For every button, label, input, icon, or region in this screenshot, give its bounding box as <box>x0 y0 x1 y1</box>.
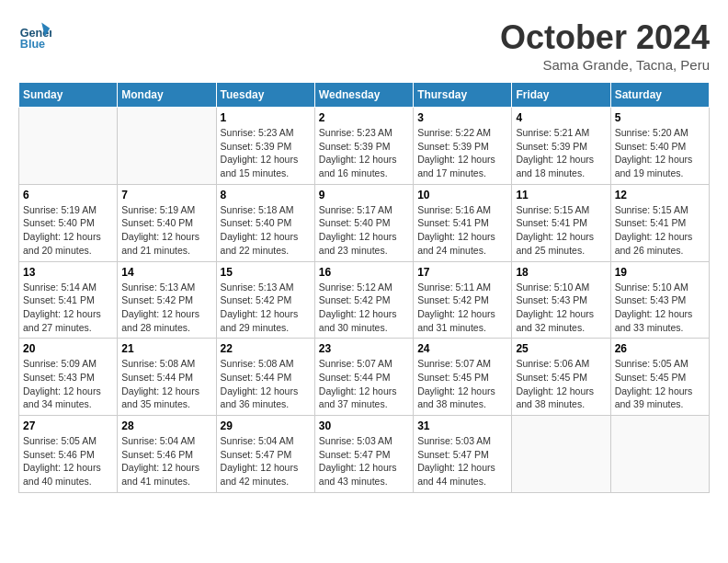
header-wednesday: Wednesday <box>314 83 413 108</box>
day-number: 29 <box>221 419 311 432</box>
day-info: Sunrise: 5:10 AMSunset: 5:43 PMDaylight:… <box>516 281 606 335</box>
day-info: Sunrise: 5:22 AMSunset: 5:39 PMDaylight:… <box>417 126 507 180</box>
day-info: Sunrise: 5:08 AMSunset: 5:44 PMDaylight:… <box>121 357 211 411</box>
day-number: 1 <box>221 111 311 124</box>
day-number: 4 <box>516 111 606 124</box>
day-info: Sunrise: 5:11 AMSunset: 5:42 PMDaylight:… <box>417 281 507 335</box>
day-number: 7 <box>121 189 211 201</box>
table-row: 24Sunrise: 5:07 AMSunset: 5:45 PMDayligh… <box>414 339 512 416</box>
calendar-week-row: 6Sunrise: 5:19 AMSunset: 5:40 PMDaylight… <box>19 184 710 261</box>
day-info: Sunrise: 5:05 AMSunset: 5:46 PMDaylight:… <box>23 434 113 488</box>
header-saturday: Saturday <box>610 83 709 108</box>
table-row: 17Sunrise: 5:11 AMSunset: 5:42 PMDayligh… <box>414 261 512 339</box>
day-info: Sunrise: 5:17 AMSunset: 5:40 PMDaylight:… <box>319 203 409 258</box>
header-monday: Monday <box>118 83 216 108</box>
day-info: Sunrise: 5:20 AMSunset: 5:40 PMDaylight:… <box>615 126 705 180</box>
day-number: 24 <box>417 342 507 355</box>
table-row: 22Sunrise: 5:08 AMSunset: 5:44 PMDayligh… <box>216 339 314 416</box>
svg-text:Blue: Blue <box>20 38 45 51</box>
table-row: 4Sunrise: 5:21 AMSunset: 5:39 PMDaylight… <box>512 108 610 185</box>
table-row: 31Sunrise: 5:03 AMSunset: 5:47 PMDayligh… <box>414 416 512 493</box>
page-header: General Blue October 2024 Sama Grande, T… <box>18 18 710 73</box>
day-number: 28 <box>121 419 211 432</box>
day-number: 25 <box>516 342 606 355</box>
day-number: 12 <box>615 189 705 201</box>
day-info: Sunrise: 5:07 AMSunset: 5:45 PMDaylight:… <box>417 357 507 411</box>
table-row <box>512 416 610 493</box>
day-info: Sunrise: 5:23 AMSunset: 5:39 PMDaylight:… <box>319 126 409 180</box>
day-info: Sunrise: 5:03 AMSunset: 5:47 PMDaylight:… <box>417 434 507 488</box>
table-row: 10Sunrise: 5:16 AMSunset: 5:41 PMDayligh… <box>414 184 512 261</box>
header-sunday: Sunday <box>19 83 118 108</box>
day-number: 14 <box>121 266 211 279</box>
table-row: 27Sunrise: 5:05 AMSunset: 5:46 PMDayligh… <box>19 416 118 493</box>
calendar-table: Sunday Monday Tuesday Wednesday Thursday… <box>18 82 710 493</box>
day-number: 6 <box>23 189 113 201</box>
title-section: October 2024 Sama Grande, Tacna, Peru <box>500 18 710 73</box>
table-row: 7Sunrise: 5:19 AMSunset: 5:40 PMDaylight… <box>118 184 216 261</box>
day-number: 8 <box>221 189 311 201</box>
location: Sama Grande, Tacna, Peru <box>500 57 710 73</box>
day-info: Sunrise: 5:15 AMSunset: 5:41 PMDaylight:… <box>516 203 606 258</box>
calendar-week-row: 27Sunrise: 5:05 AMSunset: 5:46 PMDayligh… <box>19 416 710 493</box>
calendar-header-row: Sunday Monday Tuesday Wednesday Thursday… <box>19 83 710 108</box>
header-tuesday: Tuesday <box>216 83 314 108</box>
calendar-week-row: 20Sunrise: 5:09 AMSunset: 5:43 PMDayligh… <box>19 339 710 416</box>
day-info: Sunrise: 5:13 AMSunset: 5:42 PMDaylight:… <box>121 281 211 335</box>
day-number: 10 <box>417 189 507 201</box>
table-row: 19Sunrise: 5:10 AMSunset: 5:43 PMDayligh… <box>610 261 709 339</box>
day-info: Sunrise: 5:13 AMSunset: 5:42 PMDaylight:… <box>221 281 311 335</box>
day-number: 13 <box>23 266 113 279</box>
day-info: Sunrise: 5:21 AMSunset: 5:39 PMDaylight:… <box>516 126 606 180</box>
table-row: 12Sunrise: 5:15 AMSunset: 5:41 PMDayligh… <box>610 184 709 261</box>
day-info: Sunrise: 5:03 AMSunset: 5:47 PMDaylight:… <box>319 434 409 488</box>
day-number: 30 <box>319 419 409 432</box>
day-info: Sunrise: 5:10 AMSunset: 5:43 PMDaylight:… <box>615 281 705 335</box>
table-row: 29Sunrise: 5:04 AMSunset: 5:47 PMDayligh… <box>216 416 314 493</box>
day-number: 5 <box>615 111 705 124</box>
header-friday: Friday <box>512 83 610 108</box>
table-row: 25Sunrise: 5:06 AMSunset: 5:45 PMDayligh… <box>512 339 610 416</box>
day-info: Sunrise: 5:08 AMSunset: 5:44 PMDaylight:… <box>221 357 311 411</box>
table-row: 18Sunrise: 5:10 AMSunset: 5:43 PMDayligh… <box>512 261 610 339</box>
table-row: 3Sunrise: 5:22 AMSunset: 5:39 PMDaylight… <box>414 108 512 185</box>
day-info: Sunrise: 5:19 AMSunset: 5:40 PMDaylight:… <box>23 203 113 258</box>
day-number: 31 <box>417 419 507 432</box>
logo-icon: General Blue <box>18 18 51 52</box>
day-number: 2 <box>319 111 409 124</box>
table-row: 13Sunrise: 5:14 AMSunset: 5:41 PMDayligh… <box>19 261 118 339</box>
day-number: 3 <box>417 111 507 124</box>
day-info: Sunrise: 5:23 AMSunset: 5:39 PMDaylight:… <box>221 126 311 180</box>
table-row: 15Sunrise: 5:13 AMSunset: 5:42 PMDayligh… <box>216 261 314 339</box>
day-number: 20 <box>23 342 113 355</box>
day-info: Sunrise: 5:04 AMSunset: 5:47 PMDaylight:… <box>221 434 311 488</box>
day-info: Sunrise: 5:14 AMSunset: 5:41 PMDaylight:… <box>23 281 113 335</box>
day-number: 9 <box>319 189 409 201</box>
day-info: Sunrise: 5:12 AMSunset: 5:42 PMDaylight:… <box>319 281 409 335</box>
calendar-week-row: 1Sunrise: 5:23 AMSunset: 5:39 PMDaylight… <box>19 108 710 185</box>
table-row: 23Sunrise: 5:07 AMSunset: 5:44 PMDayligh… <box>314 339 413 416</box>
table-row: 14Sunrise: 5:13 AMSunset: 5:42 PMDayligh… <box>118 261 216 339</box>
day-number: 26 <box>615 342 705 355</box>
day-info: Sunrise: 5:07 AMSunset: 5:44 PMDaylight:… <box>319 357 409 411</box>
day-info: Sunrise: 5:05 AMSunset: 5:45 PMDaylight:… <box>615 357 705 411</box>
table-row: 26Sunrise: 5:05 AMSunset: 5:45 PMDayligh… <box>610 339 709 416</box>
table-row: 16Sunrise: 5:12 AMSunset: 5:42 PMDayligh… <box>314 261 413 339</box>
day-info: Sunrise: 5:04 AMSunset: 5:46 PMDaylight:… <box>121 434 211 488</box>
day-number: 17 <box>417 266 507 279</box>
logo: General Blue <box>18 18 55 52</box>
day-number: 21 <box>121 342 211 355</box>
table-row: 1Sunrise: 5:23 AMSunset: 5:39 PMDaylight… <box>216 108 314 185</box>
day-info: Sunrise: 5:09 AMSunset: 5:43 PMDaylight:… <box>23 357 113 411</box>
table-row: 28Sunrise: 5:04 AMSunset: 5:46 PMDayligh… <box>118 416 216 493</box>
day-number: 16 <box>319 266 409 279</box>
table-row: 30Sunrise: 5:03 AMSunset: 5:47 PMDayligh… <box>314 416 413 493</box>
day-info: Sunrise: 5:16 AMSunset: 5:41 PMDaylight:… <box>417 203 507 258</box>
day-number: 22 <box>221 342 311 355</box>
day-number: 27 <box>23 419 113 432</box>
header-thursday: Thursday <box>414 83 512 108</box>
day-number: 18 <box>516 266 606 279</box>
table-row <box>610 416 709 493</box>
day-number: 15 <box>221 266 311 279</box>
table-row: 6Sunrise: 5:19 AMSunset: 5:40 PMDaylight… <box>19 184 118 261</box>
